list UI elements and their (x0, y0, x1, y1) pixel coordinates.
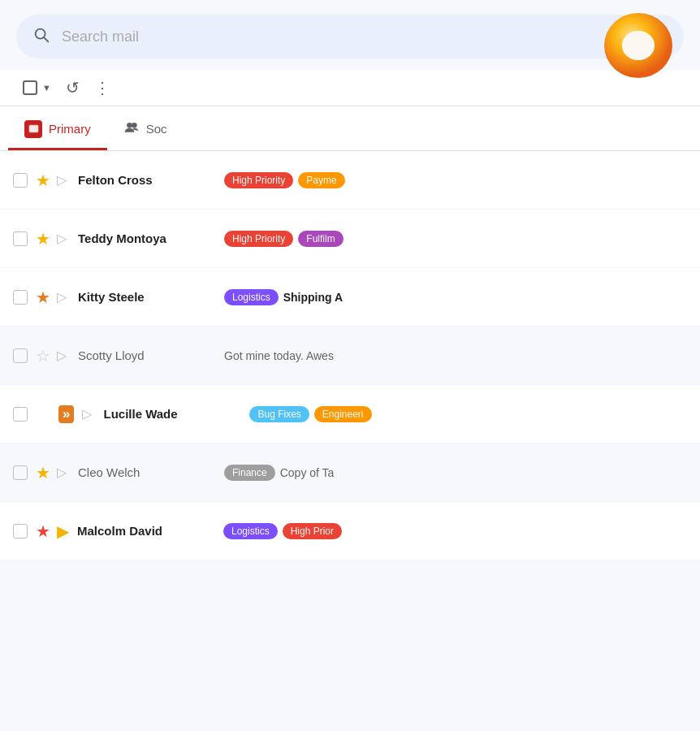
star-icon[interactable]: ★ (36, 463, 50, 482)
forward-arrow-icon: ▷ (82, 406, 92, 422)
primary-tab-label: Primary (49, 122, 91, 136)
sender-name: Kitty Steele (78, 290, 224, 304)
sender-name: Malcolm David (77, 524, 223, 538)
search-bar-container: Search mail (0, 0, 700, 70)
refresh-button[interactable]: ↺ (66, 78, 80, 97)
email-tags: Got mine today. Awes (224, 349, 687, 362)
sender-name: Teddy Montoya (78, 231, 224, 245)
tag-fulfillment[interactable]: Fulfilm (298, 231, 343, 247)
sender-name: Felton Cross (78, 173, 224, 187)
email-tags: Finance Copy of Ta (224, 465, 687, 481)
star-icon[interactable]: ★ (36, 288, 50, 307)
forward-yellow-arrow-icon: ▶ (57, 521, 69, 541)
tabs-row: Primary Soc (0, 106, 700, 151)
table-row[interactable]: ★ ▷ Cleo Welch Finance Copy of Ta (0, 443, 700, 502)
star-icon[interactable]: ★ (36, 521, 50, 541)
forward-arrow-icon: ▷ (57, 289, 67, 305)
sender-name: Cleo Welch (78, 465, 224, 479)
table-row[interactable]: ★ ▷ Kitty Steele Logistics Shipping A (0, 268, 700, 327)
more-options-button[interactable]: ⋮ (94, 78, 111, 97)
svg-point-4 (622, 31, 655, 60)
tag-bug-fixes[interactable]: Bug Fixes (249, 406, 309, 422)
row-checkbox[interactable] (13, 348, 28, 363)
star-icon[interactable]: ★ (36, 171, 50, 190)
tag-engineering[interactable]: Engineeri (314, 406, 372, 422)
svg-line-1 (44, 37, 48, 41)
svg-point-8 (132, 123, 137, 128)
forward-arrow-icon: ▷ (57, 348, 67, 363)
row-checkbox[interactable] (13, 524, 28, 539)
tag-payment[interactable]: Payme (298, 172, 344, 188)
tag-high-priority[interactable]: High Priority (224, 231, 293, 247)
email-preview: Copy of Ta (280, 466, 335, 479)
table-row[interactable]: » ▷ Lucille Wade Bug Fixes Engineeri (0, 385, 700, 443)
tag-logistics[interactable]: Logistics (224, 289, 279, 305)
email-tags: Logistics Shipping A (224, 289, 687, 305)
tag-high-priority[interactable]: High Priority (224, 172, 293, 188)
tag-logistics[interactable]: Logistics (223, 523, 278, 539)
email-tags: High Priority Fulfilm (224, 231, 687, 247)
email-tags: Bug Fixes Engineeri (249, 406, 687, 422)
tab-primary[interactable]: Primary (8, 106, 107, 150)
forward-arrow-icon: ▷ (57, 231, 67, 246)
row-checkbox[interactable] (13, 465, 28, 480)
email-tags: Logistics High Prior (223, 523, 687, 539)
email-tags: High Priority Payme (224, 172, 687, 188)
search-bar[interactable]: Search mail (16, 15, 684, 58)
social-tab-icon (123, 119, 140, 138)
email-preview: Shipping A (283, 291, 343, 304)
email-list: ★ ▷ Felton Cross High Priority Payme ★ ▷… (0, 151, 700, 560)
tag-high-priority[interactable]: High Prior (283, 523, 342, 539)
forward-arrow-icon: ▷ (57, 465, 67, 480)
table-row[interactable]: ★ ▶ Malcolm David Logistics High Prior (0, 502, 700, 560)
table-row[interactable]: ★ ▷ Felton Cross High Priority Payme (0, 151, 700, 210)
tab-social[interactable]: Soc (107, 106, 184, 150)
forward-double-arrow-icon: » (58, 405, 74, 423)
sender-name: Scotty Lloyd (78, 348, 224, 362)
donut-decoration (591, 6, 681, 84)
row-checkbox[interactable] (13, 173, 28, 188)
table-row[interactable]: ★ ▷ Teddy Montoya High Priority Fulfilm (0, 210, 700, 268)
star-icon[interactable]: ★ (36, 229, 50, 249)
svg-point-7 (127, 123, 132, 128)
forward-arrow-icon: ▷ (57, 172, 67, 188)
tag-finance[interactable]: Finance (224, 465, 275, 481)
sender-name: Lucille Wade (103, 407, 249, 421)
select-dropdown-arrow[interactable]: ▼ (42, 83, 51, 93)
row-checkbox[interactable] (13, 231, 28, 246)
primary-tab-icon (24, 120, 42, 138)
svg-rect-5 (29, 125, 38, 132)
table-row[interactable]: ☆ ▷ Scotty Lloyd Got mine today. Awes (0, 327, 700, 385)
search-input[interactable]: Search mail (62, 28, 668, 45)
social-tab-label: Soc (146, 122, 167, 136)
email-preview: Got mine today. Awes (224, 349, 334, 362)
star-icon[interactable]: ☆ (36, 346, 50, 366)
row-checkbox[interactable] (13, 407, 28, 422)
search-icon (32, 26, 50, 48)
row-checkbox[interactable] (13, 290, 28, 305)
select-all-checkbox[interactable] (23, 80, 37, 95)
